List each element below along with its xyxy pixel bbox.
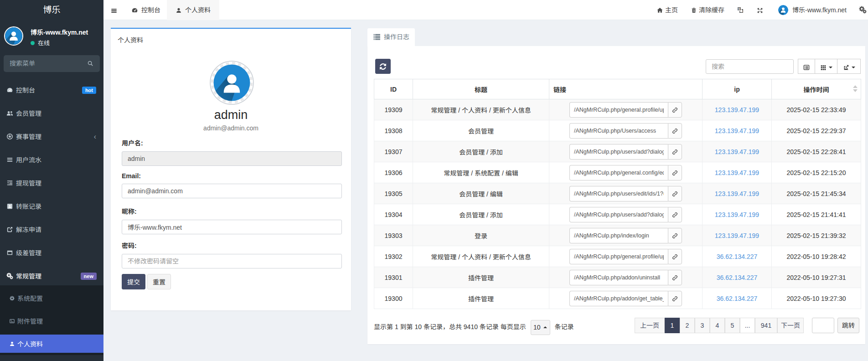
- svg-text:A: A: [741, 10, 743, 13]
- svg-text:文: 文: [738, 8, 741, 10]
